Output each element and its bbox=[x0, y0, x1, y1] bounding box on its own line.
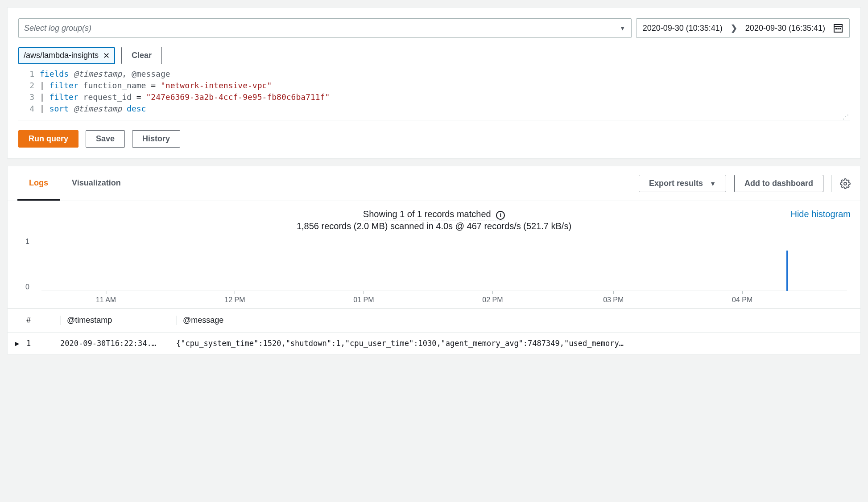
line-number: 3 bbox=[18, 91, 40, 103]
cell-num: 1 bbox=[26, 339, 60, 348]
xtick: 02 PM bbox=[482, 296, 503, 304]
line-number: 4 bbox=[18, 103, 40, 115]
cell-message: {"cpu_system_time":1520,"shutdown":1,"cp… bbox=[176, 339, 860, 348]
results-table: # @timestamp @message ▶ 1 2020-09-30T16:… bbox=[8, 308, 860, 354]
chip-label: /aws/lambda-insights bbox=[24, 51, 99, 60]
col-header-num[interactable]: # bbox=[26, 316, 60, 325]
xtick: 11 AM bbox=[96, 296, 116, 304]
baseline bbox=[41, 291, 847, 291]
ytick: 1 bbox=[25, 238, 29, 246]
caret-down-icon: ▼ bbox=[710, 180, 716, 187]
col-header-timestamp[interactable]: @timestamp bbox=[60, 316, 176, 325]
records-scanned-text: 1,856 records (2.0 MB) scanned in 4.0s @… bbox=[297, 221, 571, 231]
cell-timestamp: 2020-09-30T16:22:34.… bbox=[60, 339, 176, 348]
tab-visualization[interactable]: Visualization bbox=[60, 166, 132, 201]
col-header-message[interactable]: @message bbox=[176, 316, 860, 325]
xtick: 03 PM bbox=[603, 296, 624, 304]
ytick: 0 bbox=[25, 283, 29, 291]
history-button[interactable]: History bbox=[132, 130, 180, 148]
histogram-bar bbox=[786, 251, 788, 291]
info-icon[interactable]: i bbox=[496, 211, 505, 220]
xtick: 04 PM bbox=[732, 296, 752, 304]
tab-logs[interactable]: Logs bbox=[17, 166, 60, 201]
svg-rect-2 bbox=[835, 28, 837, 29]
export-results-button[interactable]: Export results ▼ bbox=[639, 175, 726, 192]
line-number: 2 bbox=[18, 80, 40, 91]
date-range-picker[interactable]: 2020-09-30 (10:35:41) ❯ 2020-09-30 (16:3… bbox=[636, 18, 850, 38]
svg-rect-3 bbox=[838, 28, 839, 29]
records-matched-text: Showing 1 of 1 records matched i bbox=[363, 209, 505, 221]
hide-histogram-link[interactable]: Hide histogram bbox=[790, 209, 851, 219]
gear-icon[interactable] bbox=[840, 178, 851, 189]
clear-button[interactable]: Clear bbox=[121, 47, 162, 64]
add-to-dashboard-button[interactable]: Add to dashboard bbox=[734, 175, 823, 192]
results-panel: Logs Visualization Export results ▼ Add … bbox=[7, 166, 861, 354]
histogram-chart: 1 0 11 AM 12 PM 01 PM 02 PM 03 PM 04 PM bbox=[39, 238, 847, 304]
svg-point-5 bbox=[844, 182, 847, 185]
xtick: 01 PM bbox=[353, 296, 374, 304]
calendar-icon bbox=[833, 23, 843, 33]
select-log-groups-dropdown[interactable]: Select log group(s) ▼ bbox=[18, 18, 632, 38]
chevron-right-icon: ❯ bbox=[731, 23, 737, 33]
query-panel: Select log group(s) ▼ 2020-09-30 (10:35:… bbox=[7, 7, 861, 159]
save-button[interactable]: Save bbox=[86, 130, 125, 148]
xtick: 12 PM bbox=[224, 296, 245, 304]
select-log-groups-placeholder: Select log group(s) bbox=[24, 24, 91, 33]
date-from: 2020-09-30 (10:35:41) bbox=[643, 24, 723, 33]
svg-rect-4 bbox=[839, 28, 841, 29]
date-to: 2020-09-30 (16:35:41) bbox=[745, 24, 825, 33]
divider bbox=[831, 175, 832, 192]
query-editor[interactable]: 1 fields @timestamp, @message 2 | filter… bbox=[18, 68, 850, 120]
table-header: # @timestamp @message bbox=[8, 309, 860, 333]
chip-remove-icon[interactable]: ✕ bbox=[103, 51, 110, 61]
resize-handle-icon: ⋰ bbox=[843, 115, 849, 119]
run-query-button[interactable]: Run query bbox=[18, 130, 79, 148]
caret-down-icon: ▼ bbox=[620, 25, 626, 32]
log-group-chip: /aws/lambda-insights ✕ bbox=[18, 47, 115, 64]
table-row[interactable]: ▶ 1 2020-09-30T16:22:34.… {"cpu_system_t… bbox=[8, 333, 860, 354]
line-number: 1 bbox=[18, 68, 40, 80]
expand-caret-icon[interactable]: ▶ bbox=[15, 339, 19, 348]
